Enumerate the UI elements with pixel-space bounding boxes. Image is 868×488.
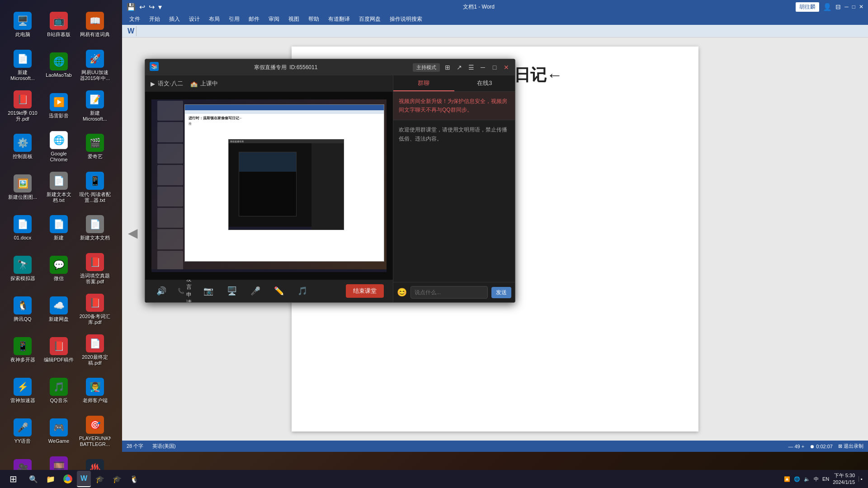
taskbar: ⊞ 🔍 📁 W 🎓 🎓 🐧 🔼 🌐 🔈 中 EN 下午 5:30 2024/1/…	[0, 470, 868, 488]
taskbar-classroom-1[interactable]: 🎓	[92, 471, 108, 487]
icon-21[interactable]: 📕 选词填空真题答案.pdf	[77, 249, 113, 289]
user-profile[interactable]: 胡往麟	[796, 2, 819, 12]
ribbon-tab-邮件[interactable]: 邮件	[245, 14, 263, 24]
classroom-draw-btn[interactable]: ✏️	[272, 284, 286, 298]
icon-20[interactable]: 💬 微信	[41, 249, 77, 289]
quick-access-dropdown[interactable]: ▾	[158, 3, 162, 11]
icon-24-label: 2020备考词汇库.pdf	[79, 314, 111, 325]
icon-30[interactable]: 👨‍🏫 老师客户端	[77, 371, 113, 411]
tray-notification-icon[interactable]: 🔼	[784, 476, 790, 482]
tray-lang-zh[interactable]: 中	[814, 476, 819, 483]
icon-1[interactable]: 🖥️ 此电脑	[5, 5, 41, 45]
redo-btn[interactable]: ↪	[149, 3, 155, 11]
ribbon-tab-操作说明搜索[interactable]: 操作说明搜索	[386, 14, 426, 24]
icon-33[interactable]: 🎯 PLAYERUNKNOWN'S BATTLEGR...	[77, 411, 113, 452]
icon-26[interactable]: 📕 编辑PDF稿件	[41, 330, 77, 371]
ribbon-tab-视图[interactable]: 视图	[285, 14, 303, 24]
icon-9[interactable]: 📝 新建 Microsoft...	[77, 86, 113, 127]
tray-volume-icon[interactable]: 🔈	[804, 476, 810, 482]
classroom-maximize-icon[interactable]: □	[491, 63, 499, 71]
sidebar-send-button[interactable]: 发送	[491, 287, 511, 298]
word-close-btn[interactable]: ✕	[859, 4, 863, 10]
icon-20-icon: 💬	[50, 256, 68, 274]
icon-6[interactable]: 🚀 网易UU加速器2015年中...	[77, 45, 113, 86]
ribbon-tab-文件[interactable]: 文件	[126, 14, 144, 24]
icon-29[interactable]: 🎵 QQ音乐	[41, 371, 77, 411]
classroom-video-area: ▶ 语文·八二 🏫 上课中	[145, 75, 393, 302]
sidebar-tab-group[interactable]: 群聊	[393, 75, 454, 91]
ribbon-tab-设计[interactable]: 设计	[185, 14, 203, 24]
icon-12[interactable]: 🎬 爱奇艺	[77, 127, 113, 167]
classroom-close-icon[interactable]: ✕	[502, 63, 510, 71]
show-desktop-btn[interactable]: ▪	[859, 476, 863, 482]
icon-3[interactable]: 📖 网易有道词典	[77, 5, 113, 45]
icon-18[interactable]: 📄 新建文本文档	[77, 208, 113, 249]
classroom-screen-icon[interactable]: ⊞	[443, 63, 452, 71]
icon-8[interactable]: ▶️ 迅雷影音	[41, 86, 77, 127]
classroom-mic-btn[interactable]: 🎤	[248, 284, 263, 298]
ribbon-tab-审阅[interactable]: 审阅	[265, 14, 283, 24]
classroom-camera-btn[interactable]: 📷	[201, 284, 216, 298]
undo-btn[interactable]: ↩	[139, 3, 145, 11]
taskbar-clock[interactable]: 下午 5:30 2024/1/15	[833, 472, 855, 486]
icon-15[interactable]: 📱 现代·阅读者配置...器.txt	[77, 167, 113, 208]
start-button[interactable]: ⊞	[2, 471, 24, 487]
ribbon-tab-插入[interactable]: 插入	[165, 14, 184, 24]
ribbon-tab-开始[interactable]: 开始	[146, 14, 164, 24]
icon-11[interactable]: 🌐 Google Chrome	[41, 127, 77, 167]
icon-10[interactable]: ⚙️ 控制面板	[5, 127, 41, 167]
icon-24[interactable]: 📕 2020备考词汇库.pdf	[77, 289, 113, 330]
icon-7[interactable]: 📕 2019kt季 010升.pdf	[5, 86, 41, 127]
classroom-minimize-icon[interactable]: ─	[479, 63, 487, 71]
word-minimize-btn[interactable]: ─	[844, 4, 849, 10]
classroom-mode-btn[interactable]: 主持模式	[413, 63, 440, 72]
taskbar-chrome[interactable]	[60, 471, 76, 487]
icon-30-label: 老师客户端	[83, 398, 108, 404]
ribbon-tab-百度网盘[interactable]: 百度网盘	[355, 14, 384, 24]
ribbon-tab-引用[interactable]: 引用	[225, 14, 243, 24]
taskbar-classroom-2[interactable]: 🎓	[109, 471, 125, 487]
nav-previous-arrow[interactable]: ◀	[128, 225, 138, 240]
icon-22[interactable]: 🐧 腾讯QQ	[5, 289, 41, 330]
icon-22-label: 腾讯QQ	[14, 316, 31, 322]
word-ribbon-tabs: 文件开始插入设计布局引用邮件审阅视图帮助有道翻译百度网盘操作说明搜索	[122, 14, 868, 25]
tray-network-icon[interactable]: 🌐	[794, 476, 800, 482]
icon-32[interactable]: 🎮 WeGame	[41, 411, 77, 452]
icon-2[interactable]: 📺 B站薛暮版	[41, 5, 77, 45]
ribbon-tab-布局[interactable]: 布局	[205, 14, 223, 24]
icon-27[interactable]: 📄 2020最终定稿.pdf	[77, 330, 113, 371]
classroom-share-icon[interactable]: ↗	[455, 63, 463, 71]
classroom-menu-icon[interactable]: ☰	[467, 63, 475, 71]
classroom-volume-btn[interactable]: 🔊	[154, 284, 169, 298]
icon-4[interactable]: 📄 新建 Microsoft...	[5, 45, 41, 86]
icon-19[interactable]: 🔭 探索模拟器	[5, 249, 41, 289]
classroom-speak-request-btn[interactable]: 📞 发言申请	[178, 284, 192, 298]
icon-25[interactable]: 📱 夜神多开器	[5, 330, 41, 371]
ribbon-display-btn[interactable]: ⊟	[835, 3, 841, 10]
taskbar-qq[interactable]: 🐧	[126, 471, 142, 487]
icon-13[interactable]: 🖼️ 新建位图图...	[5, 167, 41, 208]
tray-lang-en[interactable]: EN	[822, 476, 829, 482]
word-exit-recording[interactable]: ⊠ 退出录制	[838, 443, 863, 450]
icon-16[interactable]: 📄 01.docx	[5, 208, 41, 249]
taskbar-word[interactable]: W	[77, 471, 91, 487]
profile-icon[interactable]: 👤	[823, 3, 832, 11]
icon-17[interactable]: 📄 新建	[41, 208, 77, 249]
sidebar-emoji-btn[interactable]: 😊	[397, 287, 407, 297]
taskbar-file-explorer[interactable]: 📁	[42, 471, 59, 487]
icon-28[interactable]: ⚡ 雷神加速器	[5, 371, 41, 411]
icon-5[interactable]: 🌐 LaoMaoTab	[41, 45, 77, 86]
ribbon-tab-有道翻译[interactable]: 有道翻译	[325, 14, 354, 24]
icon-8-icon: ▶️	[50, 93, 68, 111]
classroom-music-btn[interactable]: 🎵	[295, 284, 310, 298]
classroom-screen-share-btn[interactable]: 🖥️	[225, 284, 239, 298]
icon-31[interactable]: 🎤 YY语音	[5, 411, 41, 452]
sidebar-chat-input[interactable]	[410, 286, 488, 299]
end-class-button[interactable]: 结束课堂	[346, 284, 384, 298]
word-maximize-btn[interactable]: □	[852, 4, 855, 10]
icon-23[interactable]: ☁️ 新建网盘	[41, 289, 77, 330]
sidebar-tab-online[interactable]: 在线3	[454, 75, 515, 91]
taskbar-search[interactable]: 🔍	[25, 471, 42, 487]
icon-14[interactable]: 📄 新建文本文档.txt	[41, 167, 77, 208]
ribbon-tab-帮助[interactable]: 帮助	[305, 14, 323, 24]
